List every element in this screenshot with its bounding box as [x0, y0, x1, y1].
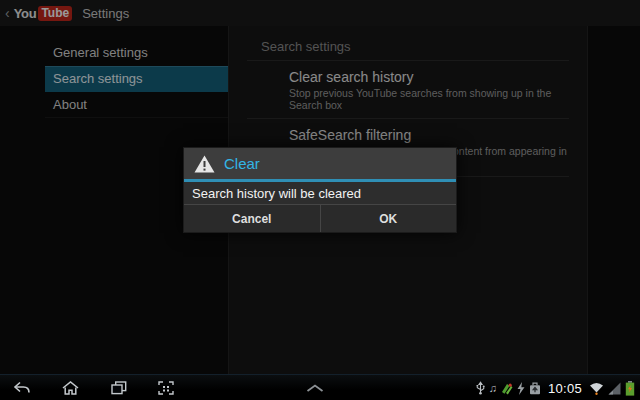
screenshot-icon[interactable] — [158, 381, 174, 395]
home-icon[interactable] — [62, 381, 79, 395]
wifi-icon — [589, 382, 604, 395]
status-tray[interactable]: ♫ 10:05 — [476, 375, 635, 400]
ok-button[interactable]: OK — [321, 205, 457, 232]
warning-icon — [194, 155, 215, 173]
system-navbar: ♫ 10:05 — [0, 374, 640, 400]
signal-icon — [608, 382, 621, 395]
dialog-title-bar: Clear — [184, 148, 456, 179]
recent-apps-icon[interactable] — [111, 381, 127, 395]
dialog-title: Clear — [224, 155, 260, 172]
clear-confirmation-dialog: Clear Search history will be cleared Can… — [183, 147, 457, 233]
dialog-button-bar: Cancel OK — [184, 205, 456, 232]
chevron-up-icon[interactable] — [306, 384, 324, 392]
install-icon — [529, 382, 541, 395]
dialog-message: Search history will be cleared — [184, 182, 456, 204]
usb-icon — [476, 381, 485, 395]
back-icon[interactable] — [13, 381, 31, 394]
cancel-button[interactable]: Cancel — [184, 205, 320, 232]
status-clock: 10:05 — [548, 381, 582, 396]
app-notification-icon — [501, 382, 513, 395]
tablet-screen: ‹ You Tube Settings General settings Sea… — [0, 0, 640, 400]
bolt-icon — [517, 382, 525, 395]
music-note-icon: ♫ — [489, 383, 497, 394]
battery-icon — [625, 381, 635, 396]
